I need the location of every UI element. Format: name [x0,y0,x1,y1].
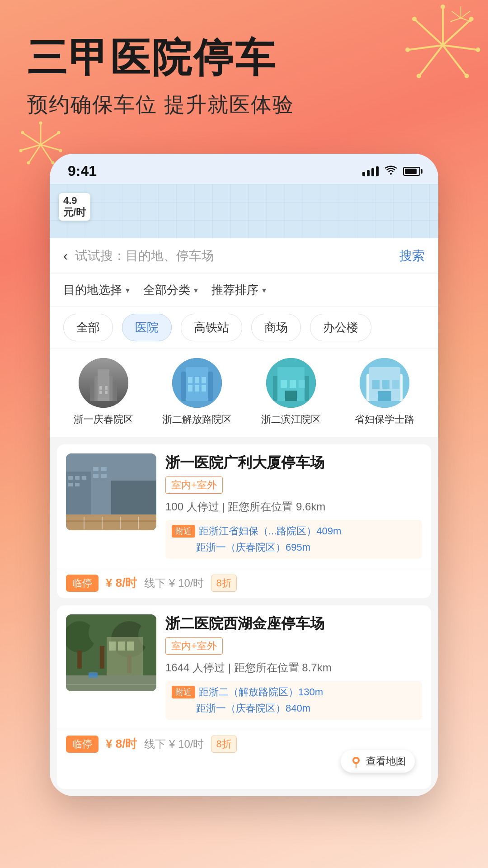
price-original-1: 线下 ¥ 10/时 [144,576,204,590]
parking-stats-2: 1644 人停过 | 距您所在位置 8.7km [165,660,422,675]
filter-sort[interactable]: 推荐排序 ▾ [211,282,266,298]
svg-rect-50 [202,385,206,392]
back-button[interactable]: ‹ [63,248,68,264]
battery-icon [403,167,420,176]
svg-rect-95 [127,642,134,651]
map-area: 4.9 元/时 [50,184,438,238]
parking-name-2: 浙二医院西湖金座停车场 [165,614,422,633]
map-pin-icon [350,755,362,768]
svg-line-23 [29,145,41,162]
svg-rect-47 [202,377,206,383]
hospital-list: 浙一庆春院区 浙二解放路院 [50,349,438,437]
price-tag-1: 临停 [66,575,99,592]
svg-rect-79 [66,520,156,522]
svg-rect-41 [105,391,108,394]
nearby-distance-1-2: 距浙一（庆春院区）695m [196,541,310,554]
svg-rect-73 [75,483,80,486]
svg-rect-54 [281,380,287,388]
svg-rect-94 [118,642,125,651]
svg-point-33 [390,173,392,175]
svg-rect-56 [299,380,305,388]
hospital-item-1[interactable]: 浙一庆春院区 [63,358,144,426]
svg-point-31 [19,149,23,152]
svg-rect-96 [66,675,156,691]
price-tag-2: 临停 [66,736,99,753]
parking-type-2: 室内+室外 [165,637,223,655]
svg-rect-70 [75,476,80,480]
tab-office[interactable]: 办公楼 [310,314,371,341]
svg-rect-49 [195,385,199,392]
svg-rect-62 [382,380,389,389]
parking-image-2 [66,614,156,691]
svg-rect-45 [188,377,192,383]
map-view-button[interactable]: 查看地图 [341,750,415,773]
nearby-info-1: 附近 距浙江省妇保（...路院区）409m 距浙一（庆春院区）695m [165,520,422,559]
status-time: 9:41 [68,163,97,179]
filter-category[interactable]: 全部分类 ▾ [143,282,198,298]
svg-rect-78 [66,514,156,530]
svg-rect-55 [290,380,296,388]
filter-destination[interactable]: 目的地选择 ▾ [63,282,130,298]
search-button[interactable]: 搜索 [399,247,425,264]
chevron-down-icon: ▾ [194,285,198,295]
svg-rect-90 [100,646,104,669]
nearby-distance-1-1: 距浙江省妇保（...路院区）409m [199,524,341,538]
svg-point-30 [27,161,30,165]
hospital-avatar-4 [360,358,409,408]
signal-icon [362,166,379,176]
svg-rect-72 [68,483,73,486]
price-main-1: ¥ 8/时 [106,575,137,591]
filter-bar: 目的地选择 ▾ 全部分类 ▾ 推荐排序 ▾ [50,274,438,307]
svg-rect-89 [77,651,82,669]
svg-line-22 [41,145,52,162]
parking-card-2[interactable]: 浙二医院西湖金座停车场 室内+室外 1644 人停过 | 距您所在位置 8.7k… [57,605,431,789]
svg-rect-77 [101,474,107,478]
hospital-name-2: 浙二解放路院区 [162,413,232,426]
hero-section: 三甲医院停车 预约确保车位 提升就医体验 [0,0,488,137]
svg-point-28 [59,149,62,152]
hospital-avatar-2 [172,358,222,408]
svg-rect-98 [89,672,98,678]
tab-all[interactable]: 全部 [63,314,113,341]
wifi-icon [385,165,397,178]
parking-name-1: 浙一医院广利大厦停车场 [165,453,422,472]
search-input[interactable]: 试试搜：目的地、停车场 [75,247,392,264]
status-bar: 9:41 [50,154,438,184]
svg-rect-75 [101,467,107,471]
category-tabs: 全部 医院 高铁站 商场 办公楼 [50,307,438,349]
price-main-2: ¥ 8/时 [106,736,137,752]
discount-badge-2: 8折 [211,736,236,753]
svg-rect-48 [188,385,192,392]
price-original-2: 线下 ¥ 10/时 [144,737,204,751]
nearby-badge-1: 附近 [172,525,195,538]
hospital-name-3: 浙二滨江院区 [261,413,321,426]
svg-rect-74 [93,467,99,471]
svg-rect-93 [109,642,116,651]
chevron-down-icon: ▾ [126,285,130,295]
svg-rect-64 [378,391,391,401]
hero-title: 三甲医院停车 [27,36,461,80]
svg-rect-63 [392,380,399,389]
svg-rect-71 [82,476,86,480]
tab-mall[interactable]: 商场 [251,314,301,341]
nearby-info-2: 附近 距浙二（解放路院区）130m 距浙一（庆春院区）840m [165,681,422,720]
svg-line-24 [22,145,41,150]
parking-list: 浙一医院广利大厦停车场 室内+室外 100 人停过 | 距您所在位置 9.6km… [50,437,438,796]
tab-railway[interactable]: 高铁站 [181,314,242,341]
hospital-item-2[interactable]: 浙二解放路院区 [157,358,238,426]
svg-rect-39 [105,386,108,390]
nearby-badge-2: 附近 [172,686,195,698]
tab-hospital[interactable]: 医院 [122,314,172,341]
svg-rect-44 [186,367,208,401]
hero-subtitle: 预约确保车位 提升就医体验 [27,91,461,119]
svg-rect-38 [99,386,102,390]
parking-card-1[interactable]: 浙一医院广利大厦停车场 室内+室外 100 人停过 | 距您所在位置 9.6km… [57,444,431,598]
hospital-item-4[interactable]: 省妇保学士路 [345,358,425,426]
parking-price-row-1: 临停 ¥ 8/时 线下 ¥ 10/时 8折 [57,568,431,598]
svg-rect-37 [98,369,109,401]
svg-rect-40 [99,391,102,394]
hospital-item-3[interactable]: 浙二滨江院区 [251,358,331,426]
svg-rect-61 [372,380,380,389]
search-bar: ‹ 试试搜：目的地、停车场 搜索 [50,238,438,274]
nearby-distance-2-1: 距浙二（解放路院区）130m [199,685,323,699]
